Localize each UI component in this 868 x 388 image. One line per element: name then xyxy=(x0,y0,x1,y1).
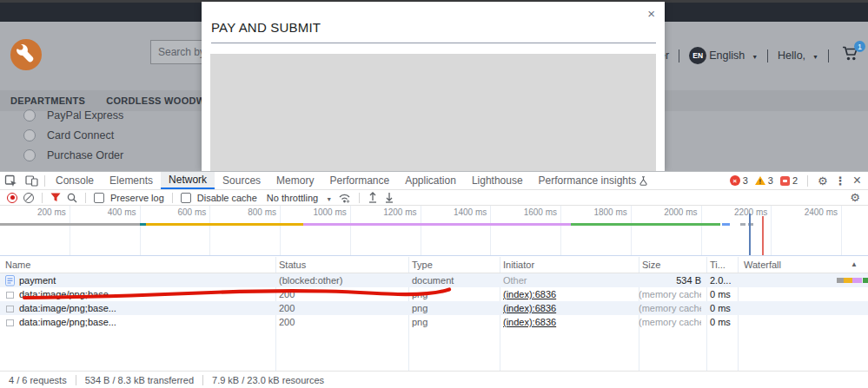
language-selector[interactable]: EN English xyxy=(689,47,758,64)
initiator-link[interactable]: (index):6836 xyxy=(503,303,556,313)
overview-tick-dash xyxy=(740,223,745,226)
waterfall-bar-yellow xyxy=(844,278,852,283)
device-toolbar-icon[interactable] xyxy=(21,172,42,189)
tab-lighthouse[interactable]: Lighthouse xyxy=(464,172,531,189)
network-request-table: Name Status Type Initiator Size Ti... Wa… xyxy=(0,257,868,371)
request-status: (blocked:other) xyxy=(279,273,405,287)
radio-icon xyxy=(23,149,36,161)
radio-purchase-order[interactable]: Purchase Order xyxy=(23,148,123,161)
tab-network[interactable]: Network xyxy=(161,172,215,189)
language-badge: EN xyxy=(689,47,706,64)
record-network-log-icon[interactable] xyxy=(7,193,17,203)
image-icon xyxy=(6,306,14,312)
header-divider xyxy=(828,49,829,62)
column-header-name[interactable]: Name xyxy=(5,257,30,273)
column-header-waterfall[interactable]: Waterfall xyxy=(744,257,781,273)
column-header-time[interactable]: Ti... xyxy=(710,257,726,273)
account-menu[interactable]: Hello, xyxy=(778,49,818,62)
search-icon[interactable] xyxy=(67,193,77,203)
flask-icon xyxy=(639,176,647,186)
tab-sources[interactable]: Sources xyxy=(215,172,268,189)
table-header-row: Name Status Type Initiator Size Ti... Wa… xyxy=(0,257,868,273)
throttling-select[interactable]: No throttling xyxy=(267,193,332,203)
chevron-down-icon xyxy=(747,49,758,62)
warning-count-badge[interactable]: 3 xyxy=(755,175,773,186)
timeline-tick: 1800 ms xyxy=(561,206,632,255)
request-name: data:image/png;base... xyxy=(19,315,271,329)
request-size: (memory cache) xyxy=(639,287,701,301)
network-toolbar: Preserve log Disable cache No throttling xyxy=(0,190,868,206)
import-har-icon[interactable] xyxy=(368,192,378,203)
requests-summary: 4 / 6 requests xyxy=(0,375,76,385)
request-name: data:image/png;base... xyxy=(19,287,271,301)
toolbar-divider xyxy=(807,175,808,187)
network-overview-timeline[interactable]: 200 ms 400 ms 600 ms 800 ms 1000 ms 1200… xyxy=(0,206,868,256)
issues-count-badge[interactable]: 2 xyxy=(780,175,798,186)
settings-gear-icon[interactable] xyxy=(818,174,828,187)
nav-item-departments[interactable]: DEPARTMENTS xyxy=(10,95,85,106)
network-conditions-icon[interactable] xyxy=(338,193,351,203)
radio-label: PayPal Express xyxy=(47,109,123,122)
timeline-tick: 200 ms xyxy=(0,206,70,255)
search-placeholder: Search by xyxy=(158,46,205,58)
site-logo[interactable] xyxy=(10,38,43,71)
error-icon xyxy=(730,175,740,186)
overview-phase-green xyxy=(571,223,720,226)
tab-application[interactable]: Application xyxy=(397,172,464,189)
column-header-status[interactable]: Status xyxy=(279,257,306,273)
waterfall-bar-green xyxy=(863,278,868,283)
screen: Search by er EN English Hello, xyxy=(0,0,868,388)
request-row-image[interactable]: data:image/png;base... 200 png (index):6… xyxy=(0,315,868,329)
network-status-bar: 4 / 6 requests 534 B / 8.3 kB transferre… xyxy=(0,371,868,388)
scroll-up-arrow-icon[interactable] xyxy=(851,257,858,273)
inspect-element-icon[interactable] xyxy=(0,172,21,189)
tab-performance-insights[interactable]: Performance insights xyxy=(531,172,656,189)
document-icon xyxy=(5,275,15,286)
header-divider xyxy=(679,49,679,62)
pay-and-submit-modal: PAY AND SUBMIT xyxy=(202,2,665,171)
column-header-type[interactable]: Type xyxy=(412,257,433,273)
tab-performance[interactable]: Performance xyxy=(321,172,397,189)
filter-icon[interactable] xyxy=(50,193,61,202)
tab-memory[interactable]: Memory xyxy=(268,172,321,189)
radio-paypal-express[interactable]: PayPal Express xyxy=(23,109,123,122)
column-header-initiator[interactable]: Initiator xyxy=(503,257,534,273)
column-header-size[interactable]: Size xyxy=(642,257,660,273)
devtools-tabbar-right: 3 3 2 xyxy=(730,172,868,189)
payment-options-list: PayPal Express Card Connect Purchase Ord… xyxy=(23,109,123,161)
overview-phase-gray xyxy=(0,223,140,226)
request-type: document xyxy=(412,273,496,287)
preserve-log-checkbox[interactable] xyxy=(94,193,104,203)
devtools-close-icon[interactable] xyxy=(853,173,861,188)
request-row-payment[interactable]: payment (blocked:other) document Other 5… xyxy=(0,273,868,287)
close-icon[interactable] xyxy=(647,7,655,20)
kebab-menu-icon[interactable] xyxy=(835,174,846,187)
request-row-image[interactable]: data:image/png;base... 200 png (index):6… xyxy=(0,301,868,315)
initiator-link[interactable]: (index):6836 xyxy=(503,317,556,327)
export-har-icon[interactable] xyxy=(384,192,394,203)
overview-phase-blue xyxy=(722,223,730,226)
transferred-summary: 534 B / 8.3 kB transferred xyxy=(76,375,202,385)
radio-card-connect[interactable]: Card Connect xyxy=(23,128,123,141)
cart-button[interactable]: 1 xyxy=(842,46,863,65)
tab-console[interactable]: Console xyxy=(48,172,102,189)
request-status: 200 xyxy=(279,287,405,301)
request-time: 0 ms xyxy=(710,301,736,315)
request-time: 0 ms xyxy=(710,287,736,301)
network-settings-gear-icon[interactable] xyxy=(850,191,860,204)
error-count-badge[interactable]: 3 xyxy=(730,175,748,186)
image-icon xyxy=(6,292,14,299)
clear-network-log-icon[interactable] xyxy=(23,193,34,203)
chevron-down-icon xyxy=(808,49,818,62)
image-icon xyxy=(6,319,14,326)
waterfall-bar-violet xyxy=(852,278,862,283)
request-status: 200 xyxy=(279,301,405,315)
tab-elements[interactable]: Elements xyxy=(102,172,161,189)
disable-cache-checkbox[interactable] xyxy=(181,193,191,203)
request-row-image[interactable]: data:image/png;base... 200 png (index):6… xyxy=(0,287,868,301)
request-size: 534 B xyxy=(639,273,701,287)
chevron-down-icon xyxy=(321,193,332,203)
timeline-tick: 800 ms xyxy=(210,206,281,255)
error-count: 3 xyxy=(743,175,748,186)
initiator-link[interactable]: (index):6836 xyxy=(503,289,556,299)
